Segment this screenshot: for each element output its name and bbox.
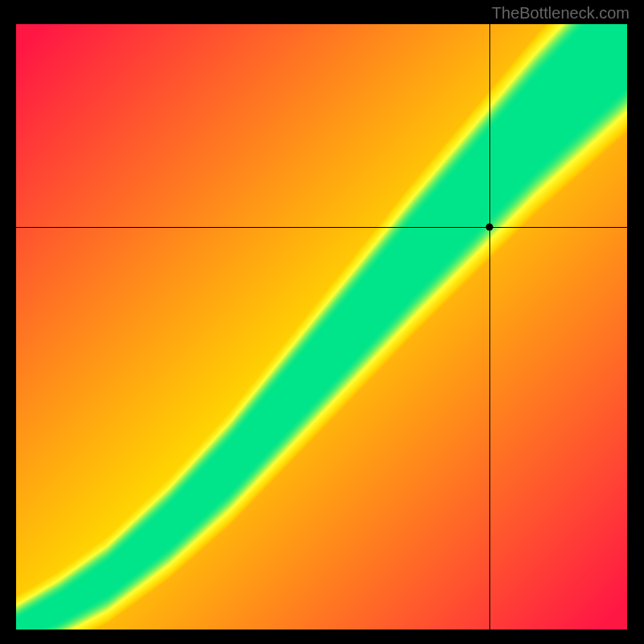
crosshair-vertical bbox=[489, 24, 490, 630]
watermark-text: TheBottleneck.com bbox=[492, 4, 630, 23]
crosshair-horizontal bbox=[16, 227, 627, 228]
heatmap-plot bbox=[16, 24, 627, 630]
data-point-marker bbox=[486, 223, 493, 230]
heatmap-canvas bbox=[16, 24, 627, 630]
